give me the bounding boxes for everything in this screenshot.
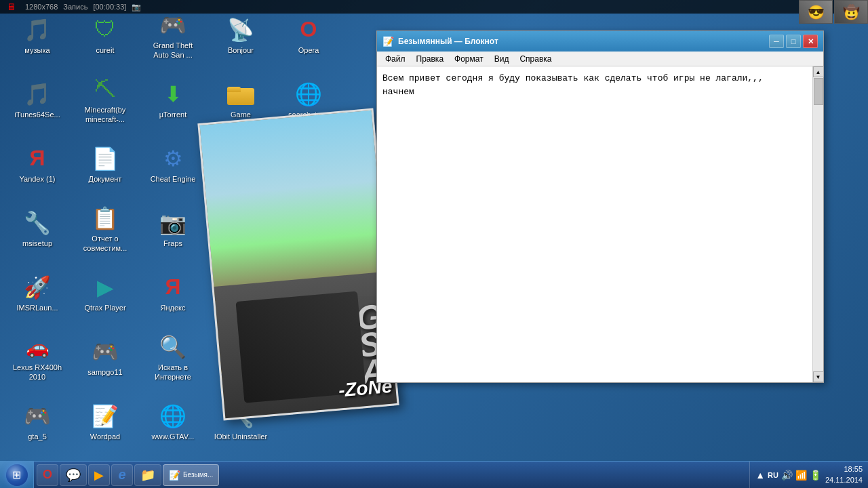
icon-iskat[interactable]: 🔍 Искать в Интернете [142, 329, 203, 386]
notepad-titlebar: 📝 Безымянный — Блокнот ─ □ ✕ [377, 31, 823, 52]
minimize-button[interactable]: ─ [769, 35, 784, 48]
icon-muzyka[interactable]: 🎵 музыка [7, 7, 68, 64]
clock-time: 18:55 [844, 464, 863, 474]
tray-network[interactable]: 📶 [795, 470, 807, 481]
notepad-title: Безымянный — Блокнот [398, 37, 769, 46]
icon-document[interactable]: 📄 Документ [75, 136, 136, 193]
taskbar-skype[interactable]: 💬 [60, 464, 87, 486]
desktop-media-image: G S A -ZoNe [197, 108, 399, 421]
folder-taskbar-icon: 📁 [140, 468, 155, 483]
icon-yandex[interactable]: Я Yandex (1) [7, 136, 68, 193]
tray-volume[interactable]: 🔊 [781, 470, 793, 481]
taskbar-system-tray: ▲ RU 🔊 📶 🔋 18:55 24.11.2014 [749, 462, 868, 488]
menu-format[interactable]: Формат [449, 53, 489, 65]
icon-sampgo11[interactable]: 🎮 sampgo11 [75, 329, 136, 386]
maximize-button[interactable]: □ [786, 35, 801, 48]
icon-fraps[interactable]: 📷 Fraps [142, 200, 203, 258]
taskbar-folder[interactable]: 📁 [134, 464, 161, 486]
system-clock[interactable]: 18:55 24.11.2014 [825, 464, 863, 485]
notepad-menubar: Файл Правка Формат Вид Справка [377, 52, 823, 66]
skype-taskbar-icon: 💬 [66, 468, 81, 483]
menu-file[interactable]: Файл [380, 53, 411, 65]
bandicam-bar: 🖥 1280x768 Запись [00:00:33] 📷 😎 🤠 [0, 0, 868, 14]
bandicam-label: Запись [63, 3, 87, 11]
ie-taskbar-icon: e [118, 467, 125, 483]
menu-view[interactable]: Вид [489, 53, 515, 65]
taskbar: ⊞ O 💬 ▶ e 📁 📝 Безымя... [0, 461, 868, 488]
notepad-scrollbar[interactable]: ▲ ▼ [812, 66, 823, 382]
menu-help[interactable]: Справка [514, 53, 557, 65]
notepad-textarea[interactable]: Всем привет сегодня я буду показывать ка… [377, 66, 812, 382]
icon-msisetup[interactable]: 🔧 msisetup [7, 200, 68, 258]
icon-minecraft[interactable]: ⛏ Minecraft(by minecraft-... [75, 71, 136, 129]
tray-power[interactable]: 🔋 [810, 470, 821, 481]
tray-up-arrow[interactable]: ▲ [755, 470, 765, 481]
bandicam-monitor-icon: 🖥 [7, 1, 16, 12]
icon-gtav-www[interactable]: 🌐 www.GTAV... [142, 393, 203, 451]
icon-opera[interactable]: O Opera [278, 7, 339, 64]
window-controls: ─ □ ✕ [769, 35, 818, 48]
icon-utorrent[interactable]: ⬇ µTorrent [142, 71, 203, 129]
scrollbar-down[interactable]: ▼ [813, 371, 824, 382]
scrollbar-track [813, 77, 823, 371]
taskbar-items: O 💬 ▶ e 📁 📝 Безымя... [34, 462, 749, 488]
clock-date: 24.11.2014 [825, 475, 863, 485]
desktop: 🖥 1280x768 Запись [00:00:33] 📷 😎 🤠 🎵 муз [0, 0, 868, 488]
bandicam-time: [00:00:33] [93, 3, 126, 11]
start-button[interactable]: ⊞ [0, 462, 34, 488]
scrollbar-thumb[interactable] [814, 78, 823, 105]
icon-imsr[interactable]: 🚀 IMSRLaun... [7, 264, 68, 322]
icon-gta5[interactable]: 🎮 gta_5 [7, 393, 68, 451]
icon-qtrax[interactable]: ▶ Qtrax Player [75, 264, 136, 322]
taskbar-notepad[interactable]: 📝 Безымя... [163, 464, 219, 486]
media-taskbar-icon: ▶ [94, 468, 104, 483]
opera-taskbar-icon: O [43, 468, 52, 482]
bandicam-camera-icon: 📷 [132, 3, 141, 12]
bandicam-info: 🖥 1280x768 Запись [00:00:33] 📷 [7, 1, 141, 12]
start-orb: ⊞ [6, 464, 28, 486]
icon-cheat-engine[interactable]: ⚙ Cheat Engine [142, 136, 203, 193]
scrollbar-up[interactable]: ▲ [813, 66, 824, 77]
taskbar-opera[interactable]: O [37, 464, 58, 486]
notepad-window: 📝 Безымянный — Блокнот ─ □ ✕ Файл Правка… [376, 30, 824, 383]
taskbar-ie[interactable]: e [111, 464, 133, 486]
bandicam-resolution: 1280x768 [25, 3, 58, 11]
close-button[interactable]: ✕ [803, 35, 818, 48]
thumb-2: 🤠 [834, 0, 868, 24]
bandicam-thumbs: 😎 🤠 [799, 0, 868, 24]
icon-bonjour[interactable]: 📡 Bonjour [210, 7, 271, 64]
notepad-content-area: Всем привет сегодня я буду показывать ка… [377, 66, 823, 382]
media-inner: G S A [200, 110, 397, 418]
icon-lexus[interactable]: 🚗 Lexus RX400h 2010 [7, 329, 68, 386]
language-indicator[interactable]: RU [768, 471, 778, 479]
icon-itunes[interactable]: 🎵 iTunes64Se... [7, 71, 68, 129]
icon-wordpad[interactable]: 📝 Wordpad [75, 393, 136, 451]
menu-edit[interactable]: Правка [411, 53, 450, 65]
icon-otchet[interactable]: 📋 Отчет о совместим... [75, 200, 136, 258]
icon-cureit[interactable]: 🛡 cureit [75, 7, 136, 64]
taskbar-media[interactable]: ▶ [88, 464, 110, 486]
tray-icons: ▲ RU 🔊 📶 🔋 [755, 470, 821, 481]
icon-yandex2[interactable]: Я Яндекс [142, 264, 203, 322]
thumb-1: 😎 [799, 0, 833, 24]
icon-gta-san[interactable]: 🎮 Grand Theft Auto San ... [142, 7, 203, 64]
